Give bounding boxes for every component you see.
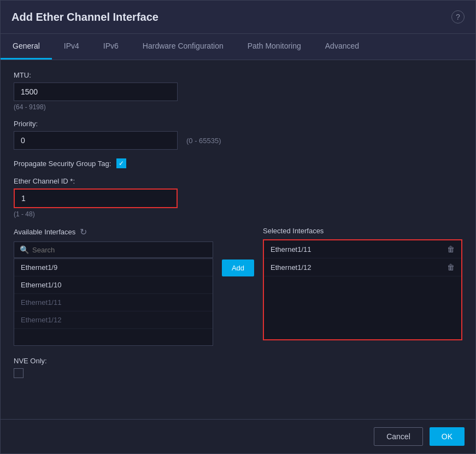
list-item: Ethernet1/12 🗑 [264, 258, 461, 276]
add-button[interactable]: Add [222, 260, 254, 276]
ether-channel-id-input[interactable] [14, 188, 178, 208]
priority-inline: (0 - 65535) [14, 131, 462, 150]
priority-field-group: Priority: (0 - 65535) [14, 120, 462, 150]
selected-interface-list: Ethernet1/11 🗑 Ethernet1/12 🗑 [263, 239, 462, 340]
interfaces-container: Available Interfaces ↻ 🔍 Ethernet1/9 Eth… [14, 227, 462, 346]
search-input[interactable] [32, 246, 207, 254]
list-item[interactable]: Ethernet1/9 [14, 259, 213, 276]
dialog-footer: Cancel OK [1, 419, 475, 453]
tab-advanced[interactable]: Advanced [313, 34, 371, 60]
nve-checkbox[interactable] [14, 368, 23, 378]
search-box: 🔍 [14, 241, 213, 258]
list-item: Ethernet1/12 [14, 311, 213, 329]
tab-bar: General IPv4 IPv6 Hardware Configuration… [1, 34, 475, 60]
help-icon[interactable]: ? [451, 10, 465, 23]
dialog-header: Add Ether Channel Interface ? [1, 1, 475, 34]
refresh-icon[interactable]: ↻ [80, 227, 87, 237]
propagate-security-tag-row: Propagate Security Group Tag: ✓ [14, 158, 462, 168]
tab-ipv6[interactable]: IPv6 [91, 34, 131, 60]
mtu-field-group: MTU: (64 - 9198) [14, 71, 462, 111]
list-item: Ethernet1/11 [14, 294, 213, 311]
available-interfaces-panel: Available Interfaces ↻ 🔍 Ethernet1/9 Eth… [14, 227, 213, 346]
available-interfaces-title: Available Interfaces ↻ [14, 227, 213, 237]
ether-channel-id-field-group: Ether Channel ID *: (1 - 48) [14, 177, 462, 218]
selected-interfaces-title: Selected Interfaces [263, 227, 462, 235]
ok-button[interactable]: OK [430, 427, 465, 446]
priority-input[interactable] [14, 131, 178, 150]
tab-path-monitoring[interactable]: Path Monitoring [236, 34, 313, 60]
delete-icon[interactable]: 🗑 [447, 245, 455, 253]
mtu-label: MTU: [14, 71, 462, 79]
delete-icon[interactable]: 🗑 [447, 263, 455, 272]
propagate-checkbox[interactable]: ✓ [116, 158, 126, 168]
add-ether-channel-dialog: Add Ether Channel Interface ? General IP… [0, 0, 476, 454]
priority-hint: (0 - 65535) [186, 137, 221, 145]
ether-channel-id-hint: (1 - 48) [14, 210, 462, 218]
available-interface-list: Ethernet1/9 Ethernet1/10 Ethernet1/11 Et… [14, 258, 213, 346]
add-btn-container: Add [222, 227, 254, 276]
tab-general[interactable]: General [1, 34, 52, 60]
propagate-label: Propagate Security Group Tag: [14, 160, 111, 168]
ether-channel-id-label: Ether Channel ID *: [14, 177, 462, 185]
tab-ipv4[interactable]: IPv4 [52, 34, 91, 60]
nve-section: NVE Only: [14, 357, 462, 378]
dialog-content: MTU: (64 - 9198) Priority: (0 - 65535) P… [1, 60, 475, 419]
nve-label: NVE Only: [14, 357, 462, 365]
dialog-title: Add Ether Channel Interface [11, 11, 158, 23]
tab-hardware-configuration[interactable]: Hardware Configuration [131, 34, 236, 60]
priority-label: Priority: [14, 120, 462, 128]
cancel-button[interactable]: Cancel [374, 427, 423, 446]
mtu-input[interactable] [14, 82, 178, 101]
mtu-hint: (64 - 9198) [14, 103, 462, 111]
selected-interfaces-panel: Selected Interfaces Ethernet1/11 🗑 Ether… [263, 227, 462, 340]
list-item: Ethernet1/11 🗑 [264, 240, 461, 258]
list-item[interactable]: Ethernet1/10 [14, 276, 213, 294]
search-icon: 🔍 [20, 245, 29, 254]
